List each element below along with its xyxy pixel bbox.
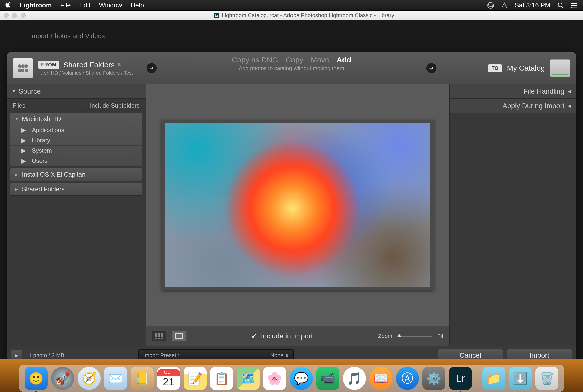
menubar-extra-icon[interactable]	[501, 2, 508, 9]
tree-row[interactable]: ▶Applications	[10, 125, 142, 135]
panel-title: File Handling	[524, 87, 564, 95]
source-device-icon[interactable]	[13, 58, 33, 78]
dock-photos-icon[interactable]: 🌸	[263, 367, 286, 390]
dock-applications-folder-icon[interactable]: 📁	[482, 367, 505, 390]
tree-row[interactable]: ▼ Macintosh HD	[10, 113, 142, 125]
include-subfolders-checkbox[interactable]: Include Subfolders	[82, 102, 140, 109]
zoom-label: Zoom	[378, 333, 392, 339]
svg-rect-15	[155, 333, 157, 335]
triangle-left-icon: ◀	[568, 103, 571, 109]
grid-view-button[interactable]	[152, 331, 166, 341]
svg-rect-12	[18, 69, 21, 72]
spotlight-icon[interactable]	[557, 2, 564, 9]
apply-during-import-panel-header[interactable]: Apply During Import ◀	[450, 99, 576, 113]
menubar-app-name[interactable]: Lightroom	[20, 1, 52, 9]
file-handling-panel-header[interactable]: File Handling ◀	[450, 84, 576, 99]
svg-point-8	[571, 7, 572, 8]
tree-row[interactable]: ▶Users	[10, 156, 142, 166]
window-title: Lr Lightroom Catalog.lrcat - Adobe Photo…	[29, 12, 579, 19]
loupe-view-button[interactable]	[172, 331, 186, 341]
window-minimize-button[interactable]	[12, 13, 17, 18]
source-title-text: Shared Folders	[63, 61, 115, 69]
source-panel-header[interactable]: ▼ Source	[7, 84, 146, 99]
dock-ibooks-icon[interactable]: 📖	[369, 367, 392, 390]
dock-itunes-icon[interactable]: 🎵	[343, 367, 366, 390]
creative-cloud-icon[interactable]	[487, 2, 494, 9]
tree-label: Shared Folders	[22, 186, 65, 193]
dock-lightroom-icon[interactable]: Lr	[449, 367, 472, 390]
dock-contacts-icon[interactable]: 📒	[131, 367, 154, 390]
files-bar: Files Include Subfolders	[7, 99, 146, 113]
source-title-dropdown[interactable]: Shared Folders ⇅	[63, 61, 121, 69]
svg-point-6	[571, 3, 572, 4]
menu-file[interactable]: File	[60, 1, 71, 9]
tree-node-macintosh-hd: ▼ Macintosh HD ▶Applications ▶Library ▶S…	[10, 113, 142, 166]
apple-menu-icon[interactable]	[5, 2, 11, 9]
svg-rect-18	[155, 335, 157, 337]
triangle-right-icon: ▶	[15, 172, 19, 177]
menu-edit[interactable]: Edit	[79, 1, 90, 9]
menu-window[interactable]: Window	[99, 1, 122, 9]
files-label: Files	[13, 102, 25, 109]
mode-copy[interactable]: Copy	[286, 56, 303, 64]
photo-count-label: 1 photo / 2 MB	[29, 352, 64, 359]
zoom-controls: Zoom Fit	[378, 333, 443, 339]
tree-row[interactable]: ▶ Install OS X El Capitan	[10, 168, 142, 181]
triangle-right-icon: ▶	[21, 147, 26, 154]
svg-point-1	[558, 3, 562, 7]
source-block: FROM Shared Folders ⇅ …sh HD / Volumes /…	[38, 61, 133, 76]
destination-title[interactable]: My Catalog	[507, 64, 545, 72]
slider-knob-icon	[397, 334, 401, 337]
arrow-right-button[interactable]: ➔	[147, 63, 157, 73]
tree-row[interactable]: ▶ Shared Folders	[10, 183, 142, 195]
window-close-button[interactable]	[4, 13, 9, 18]
menubar-clock[interactable]: Sat 3:16 PM	[515, 1, 550, 9]
dock-mail-icon[interactable]: ✉️	[104, 367, 127, 390]
tree-node-install-osx: ▶ Install OS X El Capitan	[10, 168, 142, 181]
mode-add[interactable]: Add	[337, 56, 351, 64]
notification-center-icon[interactable]	[571, 3, 578, 8]
dock-downloads-folder-icon[interactable]: ⬇️	[509, 367, 532, 390]
tree-row[interactable]: ▶System	[10, 145, 142, 156]
dock-appstore-icon[interactable]: Ⓐ	[396, 367, 419, 390]
mode-subtitle: Add photos to catalog without moving the…	[239, 65, 344, 72]
import-dialog: FROM Shared Folders ⇅ …sh HD / Volumes /…	[7, 52, 576, 364]
tree-label: Library	[32, 137, 50, 144]
menu-help[interactable]: Help	[131, 1, 144, 9]
destination-disk-icon[interactable]	[550, 59, 570, 77]
dock-area: 🙂 🚀 🧭 ✉️ 📒 OCT21 📝 📋 🗺️ 🌸 💬 📹 🎵 📖 Ⓐ ⚙️ L…	[0, 362, 583, 392]
svg-point-9	[18, 64, 21, 68]
mode-copy-dng[interactable]: Copy as DNG	[232, 56, 278, 64]
mode-move[interactable]: Move	[311, 56, 329, 64]
arrow-right-button-2[interactable]: ➔	[426, 63, 436, 73]
dock-safari-icon[interactable]: 🧭	[78, 367, 101, 390]
triangle-right-icon: ▶	[21, 137, 26, 144]
chevron-updown-icon: ⇅	[117, 62, 121, 68]
panel-title: Apply During Import	[503, 102, 564, 110]
photo-thumbnail[interactable]	[162, 120, 434, 290]
calendar-day: 21	[163, 376, 175, 388]
dock-facetime-icon[interactable]: 📹	[316, 367, 339, 390]
tree-label: Macintosh HD	[22, 115, 61, 123]
dock-system-preferences-icon[interactable]: ⚙️	[422, 367, 445, 390]
dock-trash-icon[interactable]: 🗑️	[535, 367, 558, 390]
dock-calendar-icon[interactable]: OCT21	[157, 367, 180, 390]
dock-finder-icon[interactable]: 🙂	[25, 367, 48, 390]
dock-notes-icon[interactable]: 📝	[184, 367, 207, 390]
dock-maps-icon[interactable]: 🗺️	[237, 367, 260, 390]
dock-reminders-icon[interactable]: 📋	[210, 367, 233, 390]
include-in-import-toggle[interactable]: ✔ Include in Import	[192, 332, 372, 340]
source-panel: ▼ Source Files Include Subfolders ▼ Maci…	[7, 84, 146, 346]
svg-rect-17	[161, 333, 163, 335]
fit-label[interactable]: Fit	[437, 333, 443, 339]
from-badge: FROM	[38, 61, 59, 69]
menubar-right: Sat 3:16 PM	[487, 1, 578, 9]
checkbox-icon	[82, 103, 87, 108]
checkmark-icon: ✔	[251, 332, 257, 340]
dock-launchpad-icon[interactable]: 🚀	[51, 367, 74, 390]
import-body: ▼ Source Files Include Subfolders ▼ Maci…	[7, 84, 576, 346]
zoom-slider[interactable]	[397, 336, 432, 337]
window-zoom-button[interactable]	[21, 13, 26, 18]
dock-messages-icon[interactable]: 💬	[290, 367, 313, 390]
tree-row[interactable]: ▶Library	[10, 135, 142, 145]
